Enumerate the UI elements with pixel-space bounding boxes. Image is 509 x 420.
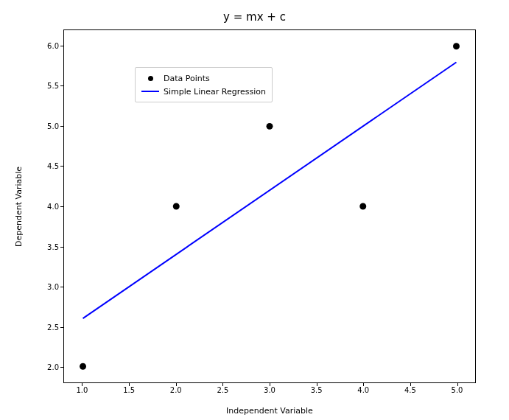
legend-label: Data Points	[164, 74, 210, 83]
data-point	[267, 123, 273, 130]
figure: y = mx + c Dependent Variable Independen…	[0, 0, 509, 420]
y-tick-mark	[60, 206, 63, 207]
y-tick-label: 3.5	[32, 242, 59, 251]
y-tick-label: 2.0	[32, 363, 59, 371]
data-point	[173, 203, 180, 210]
y-tick-mark	[60, 46, 63, 46]
x-tick-label: 2.5	[217, 386, 228, 394]
y-tick-label: 6.0	[32, 41, 59, 49]
y-tick-label: 4.5	[32, 162, 59, 170]
x-axis-label: Independent Variable	[63, 406, 476, 416]
legend: Data Points Simple Linear Regression	[135, 67, 273, 102]
x-tick-label: 3.0	[264, 386, 275, 394]
y-tick-label: 2.5	[32, 323, 59, 331]
x-tick-label: 4.5	[404, 386, 416, 394]
y-tick-label: 5.5	[32, 82, 59, 90]
line-icon	[141, 91, 159, 92]
chart-title: y = mx + c	[0, 10, 509, 24]
y-tick-mark	[60, 327, 63, 328]
y-axis-label: Dependent Variable	[13, 29, 24, 383]
plot-area: Data Points Simple Linear Regression	[63, 29, 476, 383]
y-tick-mark	[60, 166, 63, 167]
dot-icon	[148, 76, 153, 81]
y-tick-mark	[60, 247, 63, 248]
x-tick-label: 4.0	[357, 386, 369, 394]
legend-label: Simple Linear Regression	[164, 87, 266, 97]
data-point	[359, 203, 366, 210]
x-tick-label: 5.0	[452, 386, 463, 394]
y-tick-mark	[60, 85, 63, 86]
y-tick-mark	[60, 367, 63, 368]
y-tick-mark	[60, 126, 63, 127]
data-point	[80, 363, 86, 370]
x-tick-label: 1.5	[123, 386, 135, 394]
y-tick-label: 3.0	[32, 283, 59, 291]
data-point	[453, 43, 460, 49]
x-tick-label: 1.0	[77, 386, 88, 394]
y-tick-label: 5.0	[32, 122, 59, 130]
x-tick-label: 2.0	[170, 386, 182, 394]
legend-entry-data-points: Data Points	[140, 71, 266, 85]
y-tick-mark	[60, 287, 63, 287]
x-tick-label: 3.5	[311, 386, 323, 394]
legend-entry-regression: Simple Linear Regression	[140, 85, 266, 98]
y-tick-label: 4.0	[32, 203, 59, 211]
